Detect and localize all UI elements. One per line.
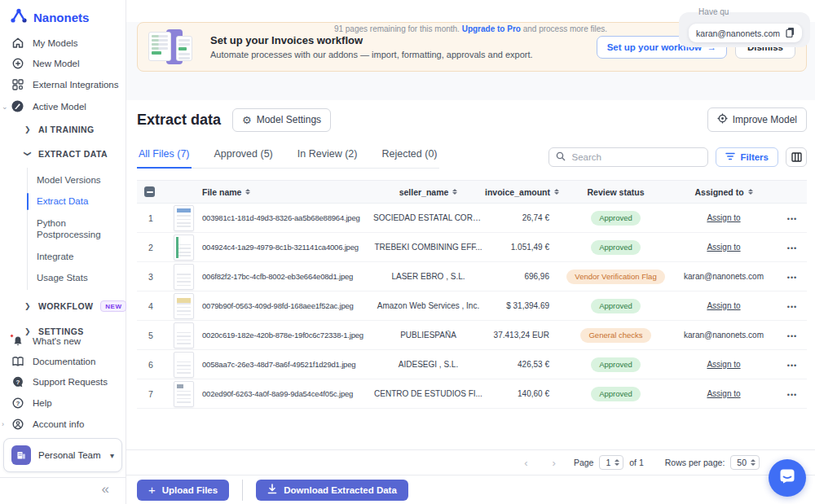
file-thumbnail[interactable]	[174, 322, 194, 348]
file-name[interactable]: 003981c1-181d-49d3-8326-aa5b68e88964.jpe…	[202, 213, 373, 222]
sidebar-item-usage-stats[interactable]: Usage Stats	[28, 267, 126, 288]
page-title: Extract data	[137, 112, 221, 129]
brand-name: Nanonets	[33, 11, 89, 24]
stepper-icon[interactable]	[615, 459, 619, 466]
columns-icon[interactable]	[786, 147, 807, 167]
row-menu-button[interactable]: •••	[787, 215, 797, 223]
seller-name: LASER EBRO , S.L.	[373, 272, 483, 281]
sidebar-item-account-info[interactable]: › Account info	[0, 414, 126, 435]
row-menu-button[interactable]: •••	[787, 332, 797, 340]
table-row[interactable]: 5 0020c619-182e-420b-878e-19f0c6c72338-1…	[137, 321, 807, 350]
sidebar-item-label: Help	[33, 398, 52, 408]
file-thumbnail[interactable]	[174, 234, 194, 261]
file-thumbnail[interactable]	[174, 381, 194, 407]
sidebar: Nanonets My Models New Model External In…	[0, 0, 126, 504]
copy-icon[interactable]	[786, 27, 795, 39]
file-name[interactable]: 002ed90f-6263-4a0f-8a99-9da54ce4f05c.jpe…	[202, 389, 373, 398]
previous-page-button[interactable]: ‹	[518, 457, 534, 469]
sidebar-item-extract-data[interactable]: Extract Data	[28, 191, 126, 212]
file-thumbnail[interactable]	[174, 205, 194, 231]
file-name[interactable]: 004924c4-1a29-4979-8c1b-321141ca4006.jpe…	[202, 243, 373, 252]
sidebar-item-label: My Models	[33, 38, 78, 48]
sidebar-item-active-model[interactable]: ⌄ Active Model	[0, 95, 126, 117]
collapse-sidebar-button[interactable]: «	[102, 481, 109, 497]
file-thumbnail[interactable]	[174, 293, 194, 319]
file-name[interactable]: 0058aa7c-26e3-48d7-8a6f-49521f1d29d1.jpe…	[202, 360, 373, 369]
file-name[interactable]: 0020c619-182e-420b-878e-19f0c6c72338-1.j…	[202, 331, 373, 340]
file-name[interactable]: 0079b90f-0563-409d-98fd-168aee1f52ac.jpe…	[202, 301, 373, 310]
column-header-file-name[interactable]: File name	[202, 187, 373, 197]
assign-to-link[interactable]: Assign to	[707, 243, 740, 252]
filters-button[interactable]: Filters	[716, 147, 778, 167]
sidebar-section-extract-data[interactable]: ❯ EXTRACT DATA	[0, 142, 126, 166]
sidebar-item-my-models[interactable]: My Models	[0, 33, 126, 53]
table-row[interactable]: 6 0058aa7c-26e3-48d7-8a6f-49521f1d29d1.j…	[137, 350, 807, 379]
sidebar-item-documentation[interactable]: Documentation	[0, 352, 126, 371]
column-header-invoice-amount[interactable]: invoice_amount	[483, 187, 561, 197]
invoice-amount: 426,53 €	[483, 360, 561, 369]
sidebar-item-support-requests[interactable]: ? Support Requests	[0, 371, 126, 392]
chat-icon	[778, 467, 796, 489]
row-menu-button[interactable]: •••	[787, 391, 797, 399]
files-table: File name seller_name invoice_amount Rev…	[137, 180, 807, 409]
row-number: 7	[137, 389, 165, 399]
upgrade-to-pro-link[interactable]: Upgrade to Pro	[462, 24, 521, 33]
sidebar-section-workflow[interactable]: ❯ WORKFLOW NEW	[0, 293, 126, 319]
upload-files-button[interactable]: + Upload Files	[137, 480, 229, 501]
tabs-toolbar: All Files (7) Approved (5) In Review (2)…	[137, 145, 807, 169]
row-menu-button[interactable]: •••	[787, 303, 797, 311]
table-row[interactable]: 7 002ed90f-6263-4a0f-8a99-9da54ce4f05c.j…	[137, 379, 807, 409]
table-row[interactable]: 3 006f82f2-17bc-4cfb-8002-eb3e664e08d1.j…	[137, 262, 807, 291]
sidebar-item-external-integrations[interactable]: External Integrations	[0, 74, 126, 95]
row-menu-button[interactable]: •••	[787, 274, 797, 282]
file-thumbnail[interactable]	[174, 352, 194, 378]
sidebar-item-help[interactable]: ? Help	[0, 392, 126, 414]
nanonets-logo-icon	[11, 8, 27, 26]
row-number: 4	[137, 301, 165, 311]
tab-approved[interactable]: Approved (5)	[213, 145, 275, 169]
chat-widget-button[interactable]	[769, 459, 806, 497]
sidebar-section-ai-training[interactable]: ❯ AI TRAINING	[0, 117, 126, 142]
section-label: WORKFLOW	[38, 301, 93, 311]
model-settings-button[interactable]: ⚙ Model Settings	[232, 108, 331, 132]
column-header-seller-name[interactable]: seller_name	[373, 187, 483, 197]
row-number: 2	[137, 243, 165, 252]
tab-in-review[interactable]: In Review (2)	[296, 145, 359, 169]
home-icon	[11, 37, 24, 48]
tab-rejected[interactable]: Rejected (0)	[380, 145, 438, 169]
row-number: 3	[137, 272, 165, 282]
sidebar-item-model-versions[interactable]: Model Versions	[28, 169, 126, 191]
table-row[interactable]: 4 0079b90f-0563-409d-98fd-168aee1f52ac.j…	[137, 291, 807, 321]
assign-to-link[interactable]: Assign to	[707, 360, 740, 369]
page-number-input[interactable]: 1	[599, 455, 623, 470]
sidebar-item-label: Active Model	[33, 102, 86, 112]
next-page-button[interactable]: ›	[546, 457, 562, 469]
rows-per-page-select[interactable]: 50	[730, 455, 760, 470]
table-row[interactable]: 1 003981c1-181d-49d3-8326-aa5b68e88964.j…	[137, 204, 807, 233]
sidebar-item-whats-new[interactable]: What's new	[0, 331, 126, 352]
sidebar-item-new-model[interactable]: New Model	[0, 53, 126, 74]
select-all-checkbox[interactable]	[144, 186, 155, 197]
sidebar-item-python-postprocessing[interactable]: Python Postprocessing	[28, 213, 103, 246]
sidebar-item-integrate[interactable]: Integrate	[28, 246, 126, 267]
brand-logo[interactable]: Nanonets	[0, 0, 126, 33]
table-row[interactable]: 2 004924c4-1a29-4979-8c1b-321141ca4006.j…	[137, 233, 807, 262]
page-label: Page	[574, 458, 594, 467]
row-menu-button[interactable]: •••	[787, 244, 797, 252]
file-thumbnail[interactable]	[174, 264, 194, 290]
seller-name: AIDESEGI , S.L.	[373, 360, 483, 369]
tab-all-files[interactable]: All Files (7)	[137, 145, 192, 169]
assign-to-link[interactable]: Assign to	[707, 301, 740, 310]
row-number: 1	[137, 213, 165, 223]
improve-model-button[interactable]: Improve Model	[707, 107, 807, 132]
file-name[interactable]: 006f82f2-17bc-4cfb-8002-eb3e664e08d1.jpe…	[202, 272, 373, 281]
column-header-assigned-to[interactable]: Assigned to	[671, 187, 777, 197]
assign-to-link[interactable]: Assign to	[707, 389, 740, 398]
search-input[interactable]	[571, 152, 701, 162]
stepper-icon[interactable]	[751, 459, 756, 466]
team-switcher[interactable]: Personal Team ▾	[3, 438, 122, 472]
assign-to-link[interactable]: Assign to	[707, 213, 740, 222]
support-icon: ?	[11, 376, 24, 388]
download-extracted-data-button[interactable]: Download Extracted Data	[256, 480, 408, 501]
row-menu-button[interactable]: •••	[787, 362, 797, 370]
